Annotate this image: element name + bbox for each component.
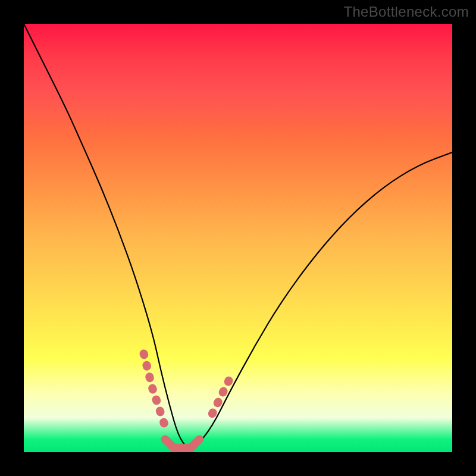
bottleneck-curve-path xyxy=(24,24,452,448)
gradient-plot-area xyxy=(24,24,452,452)
curve-layer xyxy=(24,24,452,452)
chart-frame: TheBottleneck.com xyxy=(0,0,476,476)
highlight-left-path xyxy=(144,353,165,426)
watermark-text: TheBottleneck.com xyxy=(343,4,469,20)
highlight-bottom-path xyxy=(165,439,200,447)
highlight-right-path xyxy=(212,380,230,414)
